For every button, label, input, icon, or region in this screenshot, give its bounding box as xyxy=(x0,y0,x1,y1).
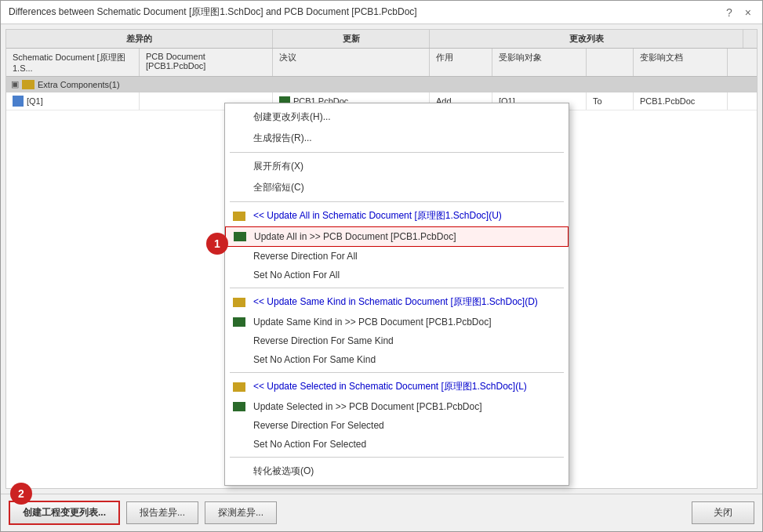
context-menu: 创建更改列表(H)... 生成报告(R)... 展开所有(X) 全部缩短(C) … xyxy=(224,103,569,486)
header-update: 更新 xyxy=(273,30,430,48)
close-button[interactable]: × xyxy=(742,6,754,19)
table-headers: 差异的 更新 更改列表 Schematic Document [原理图1.S..… xyxy=(6,30,757,77)
col-affected-doc: 变影响文档 xyxy=(634,49,728,76)
folder-icon xyxy=(22,80,35,89)
col-action: 作用 xyxy=(430,49,492,76)
menu-convert-selected[interactable]: 转化被选项(O) xyxy=(225,461,569,482)
badge-2: 2 xyxy=(10,483,32,505)
menu-reverse-same[interactable]: Reverse Direction For Same Kind xyxy=(225,331,569,350)
cell-to: To xyxy=(587,92,634,110)
header-change-list: 更改列表 xyxy=(430,30,743,48)
badge-1: 1 xyxy=(206,233,228,255)
menu-reverse-selected[interactable]: Reverse Direction For Selected xyxy=(225,416,569,435)
create-project-changes-button[interactable]: 创建工程变更列表... xyxy=(9,501,120,525)
schematic-icon-3 xyxy=(233,382,245,392)
cell-schematic-comp: [Q1] xyxy=(6,92,140,110)
menu-update-all-pcb[interactable]: Update All in >> PCB Document [PCB1.PcbD… xyxy=(225,226,569,247)
pcb-icon-2 xyxy=(233,317,245,327)
col-decision: 决议 xyxy=(273,49,430,76)
menu-update-same-pcb[interactable]: Update Same Kind in >> PCB Document [PCB… xyxy=(225,313,569,331)
group-label: Extra Components(1) xyxy=(38,80,120,89)
menu-create-update-list[interactable]: 创建更改列表(H)... xyxy=(225,107,569,128)
detect-diff-button[interactable]: 探测差异... xyxy=(205,501,277,524)
separator-4 xyxy=(230,372,564,373)
menu-expand-all[interactable]: 展开所有(X) xyxy=(225,156,569,177)
header-differences: 差异的 xyxy=(6,30,273,48)
menu-update-same-schematic[interactable]: << Update Same Kind in Schematic Documen… xyxy=(225,291,569,313)
menu-reverse-all[interactable]: Reverse Direction For All xyxy=(225,247,569,266)
col-schematic: Schematic Document [原理图1.S... xyxy=(6,49,140,76)
pcb-icon-3 xyxy=(233,402,245,411)
menu-update-all-schematic[interactable]: << Update All in Schematic Document [原理图… xyxy=(225,205,569,226)
menu-update-selected-schematic[interactable]: << Update Selected in Schematic Document… xyxy=(225,376,569,397)
menu-no-action-all[interactable]: Set No Action For All xyxy=(225,266,569,284)
close-button-bottom[interactable]: 关闭 xyxy=(692,501,754,524)
menu-update-selected-pcb[interactable]: Update Selected in >> PCB Document [PCB1… xyxy=(225,397,569,416)
col-pcb: PCB Document [PCB1.PcbDoc] xyxy=(140,49,273,76)
report-diff-button[interactable]: 报告差异... xyxy=(126,501,198,524)
title-bar: Differences between Schematic Document [… xyxy=(1,1,762,24)
col-empty xyxy=(587,49,634,76)
menu-no-action-selected[interactable]: Set No Action For Selected xyxy=(225,435,569,454)
separator-1 xyxy=(230,152,564,153)
separator-2 xyxy=(230,201,564,202)
separator-5 xyxy=(230,457,564,458)
col-affected-obj: 受影响对象 xyxy=(492,49,587,76)
main-window: Differences between Schematic Document [… xyxy=(0,0,763,532)
cell-affected-doc: PCB1.PcbDoc xyxy=(634,92,728,110)
menu-generate-report[interactable]: 生成报告(R)... xyxy=(225,128,569,149)
expand-icon: ▣ xyxy=(11,79,19,89)
window-title: Differences between Schematic Document [… xyxy=(9,5,417,19)
group-row-extra-components[interactable]: ▣ Extra Components(1) xyxy=(6,77,757,92)
menu-no-action-same[interactable]: Set No Action For Same Kind xyxy=(225,350,569,369)
schematic-icon-1 xyxy=(233,212,245,221)
bottom-bar: 创建工程变更列表... 报告差异... 探测差异... 关闭 xyxy=(1,494,762,531)
help-button[interactable]: ? xyxy=(723,6,736,19)
menu-collapse-all[interactable]: 全部缩短(C) xyxy=(225,177,569,198)
component-icon xyxy=(13,96,24,107)
pcb-icon-1 xyxy=(234,232,246,241)
schematic-icon-2 xyxy=(233,298,245,307)
separator-3 xyxy=(230,288,564,288)
